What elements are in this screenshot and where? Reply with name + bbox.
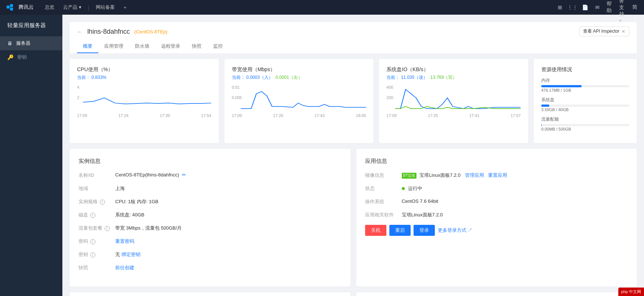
disk-io-current-label: 当前： [386,75,400,80]
bandwidth-chart-area: 0.01 0.005 17:09 17:26 17:43 18:00 [232,85,366,114]
edit-name-icon[interactable]: ✏ [182,172,186,178]
logo: 腾讯云 [6,4,34,11]
shutdown-button[interactable]: 关机 [365,225,386,236]
grid-icon[interactable]: ⊞ [557,4,563,11]
sidebar-item-key[interactable]: 🔑 密钥 [0,50,62,64]
logo-text: 腾讯云 [18,4,34,11]
billing-card: 计费信息 [356,292,637,296]
cpu-chart-labels: 17:09 17:24 17:39 17:54 [77,113,211,118]
resource-card-title: 资源使用情况 [541,66,629,73]
status-dot [402,187,405,190]
back-button[interactable]: ← [77,29,83,35]
bottom-row: 网络和域名 计费信息 [70,292,637,296]
cpu-current-value: 0.833% [91,75,106,80]
region-field: 地域 上海 [79,185,342,192]
bind-key-link[interactable]: 绑定密钥 [121,252,141,257]
tab-overview[interactable]: 概要 [77,40,98,53]
bandwidth-in-value: 0.0003（入） [246,75,273,80]
mail-icon[interactable]: ✉ [594,4,601,11]
tabs: 概要 应用管理 防火墙 远程登录 快照 监控 [77,40,629,53]
resource-disk-bar [541,105,549,107]
nav-products[interactable]: 云产品 ▾ [59,0,85,15]
svg-rect-0 [7,6,10,8]
disk-io-card-value: 当前： 11.035（读） 13.769（写） [386,74,521,81]
resource-memory: 内存 476.17MB / 1GB [541,77,629,92]
sidebar-item-key-label: 密钥 [17,54,27,61]
help-label[interactable]: 帮助 [607,4,613,11]
password-hint-icon[interactable]: i [90,239,95,244]
tab-firewall[interactable]: 防火墙 [129,40,155,53]
bandwidth-chart [241,85,366,111]
reset-password-link[interactable]: 重置密码 [115,238,134,244]
os-field: 操作系统 CentOS 7.6 64bit [365,198,628,205]
spec-hint-icon[interactable]: i [100,200,105,205]
file-icon[interactable]: 📄 [582,4,588,11]
page-title-row: ← lhins-8dahfncc (CentOS-8TEp) 查看 API In… [77,28,629,36]
disk-hint-icon[interactable]: i [90,213,95,218]
nav-items: 总览 云产品 ▾ | 网站备案 + [41,0,549,15]
main-content: ← lhins-8dahfncc (CentOS-8TEp) 查看 API In… [62,15,644,296]
tab-monitor[interactable]: 监控 [207,40,229,53]
snapshot-field: 快照 前往创建 [79,264,342,271]
bandwidth-current-label: 当前： [232,75,245,80]
app-software-field: 应用相关软件 宝塔Linux面板7.2.0 [365,212,628,218]
login-button[interactable]: 登录 [414,225,435,236]
svg-rect-1 [10,4,13,7]
instance-info-title: 实例信息 [79,158,342,165]
bandwidth-card-title: 带宽使用（Mbps） [232,66,366,73]
sidebar-item-server[interactable]: 🖥 服务器 [0,36,62,50]
resource-disk: 系统盘 3.59GB / 40GB [541,97,629,112]
resource-traffic-value: 0.00MB / 500GB [541,127,629,131]
instance-name-field: 名称/ID CentOS-8TEp(lhins-8dahfncc) ✏ [79,172,342,179]
bandwidth-out-value: 0.0001（出） [276,75,302,80]
resource-card: 资源使用情况 内存 476.17MB / 1GB 系统盘 3.59GB / 40… [534,59,637,143]
api-inspector-label: 查看 API Inspector [583,28,619,34]
bt-badge: BT宝塔 [402,173,417,179]
mirror-field: 镜像信息 BT宝塔 宝塔Linux面板7.2.0 管理应用 重置应用 [365,172,628,179]
sidebar-title: 轻量应用服务器 [0,22,62,36]
server-icon: 🖥 [7,40,12,46]
info-row: 实例信息 名称/ID CentOS-8TEp(lhins-8dahfncc) ✏… [70,149,637,286]
password-field: 密码 i 重置密码 [79,238,342,245]
resource-memory-label: 内存 [541,77,629,84]
bandwidth-card-value: 当前： 0.0003（入） 0.0001（出） [232,74,366,81]
nav-website[interactable]: 网站备案 [92,0,119,15]
resource-traffic-label: 流量配额 [541,116,629,123]
reboot-button[interactable]: 重启 [389,225,411,236]
manage-app-link[interactable]: 管理应用 [465,172,484,178]
reset-app-link[interactable]: 重置应用 [488,172,507,178]
traffic-hint-icon[interactable]: i [105,226,110,231]
cpu-chart [83,85,211,111]
disk-io-chart [395,85,521,111]
page-header: ← lhins-8dahfncc (CentOS-8TEp) 查看 API In… [70,22,637,53]
svg-rect-2 [10,8,13,11]
nav-right: ⊞ ⋮⋮ 📄 ✉ 帮助 服务支持 ▾ 简 [557,4,638,11]
disk-io-card-title: 系统盘IO（KB/s） [386,66,521,73]
disk-io-write-value: 13.769（写） [430,75,457,80]
status-field: 状态 运行中 [365,185,628,192]
traffic-field: 流量包套餐 i 带宽 3Mbps，流量包 500GB/月 [79,225,342,231]
cpu-chart-area: 4 2 17:09 17:24 17:39 17:54 [77,85,211,114]
lang-label[interactable]: 简 [632,4,638,11]
more-login-link[interactable]: 更多登录方式 ↗ [438,227,473,234]
bandwidth-card: 带宽使用（Mbps） 当前： 0.0003（入） 0.0001（出） 0.01 … [225,59,374,143]
key-hint-icon[interactable]: i [90,252,95,257]
server-tag: (CentOS-8TEp) [134,29,167,34]
tab-app-mgmt[interactable]: 应用管理 [98,40,129,53]
tab-remote-login[interactable]: 远程登录 [155,40,186,53]
server-name: lhins-8dahfncc [87,28,130,36]
resource-disk-value: 3.59GB / 40GB [541,107,629,112]
tab-snapshot[interactable]: 快照 [186,40,207,53]
cpu-card: CPU使用（%） 当前： 0.833% 4 2 17:09 17:24 17:3… [70,59,219,143]
nav-overview[interactable]: 总览 [41,0,58,15]
apps-icon[interactable]: ⋮⋮ [569,4,576,11]
network-card: 网络和域名 [70,292,350,296]
resource-memory-value: 476.17MB / 1GB [541,88,629,92]
nav-add[interactable]: + [120,0,130,15]
resource-traffic: 流量配额 0.00MB / 500GB [541,116,629,131]
disk-io-chart-area: 400 200 17:09 17:25 17:41 17:57 [386,85,521,114]
sidebar-item-server-label: 服务器 [16,40,30,47]
api-inspector-close[interactable]: ✕ [622,29,625,34]
create-snapshot-link[interactable]: 前往创建 [115,265,134,270]
service-label[interactable]: 服务支持 ▾ [619,4,626,11]
